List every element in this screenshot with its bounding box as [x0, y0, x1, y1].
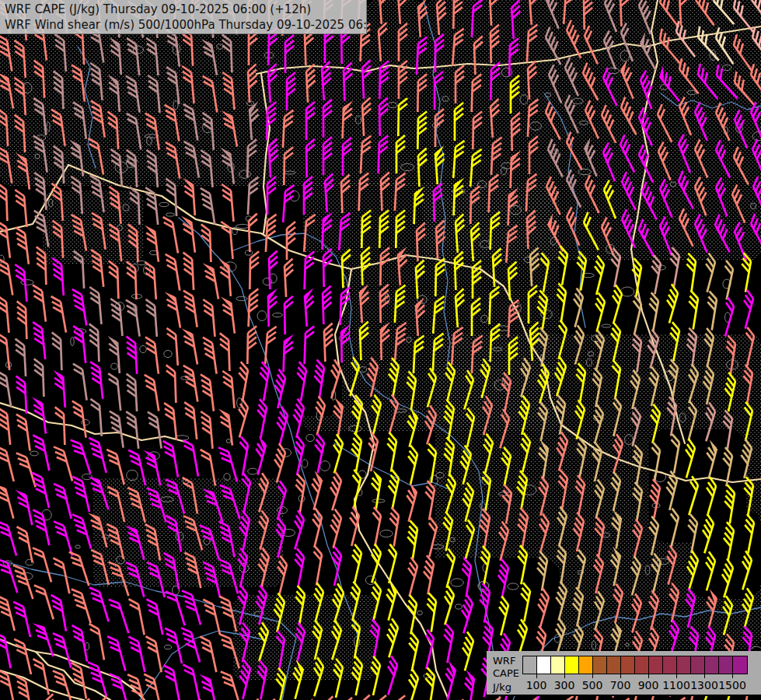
colorbar-tick-label: 700: [610, 679, 631, 691]
colorbar-cell: [719, 656, 733, 674]
colorbar-cell: [677, 656, 691, 674]
weather-map: WRF CAPE (J/kg) Thursday 09-10-2025 06:0…: [0, 0, 761, 700]
colorbar-tickmark: [676, 674, 677, 678]
title-line-shear: WRF Wind shear (m/s) 500/1000hPa Thursda…: [5, 17, 361, 33]
colorbar-cell: [551, 656, 565, 674]
colorbar-tickmark: [648, 674, 649, 678]
colorbar-tick-label: 1500: [718, 679, 746, 691]
legend-label-cape: CAPE: [493, 668, 519, 678]
cape-colorbar: [522, 656, 748, 674]
colorbar-cell: [565, 656, 579, 674]
legend-label-units: J/kg: [493, 682, 511, 692]
colorbar-cell: [579, 656, 593, 674]
colorbar-cell: [635, 656, 649, 674]
title-overlay: WRF CAPE (J/kg) Thursday 09-10-2025 06:0…: [0, 0, 367, 34]
colorbar-cell: [649, 656, 663, 674]
map-canvas: [0, 0, 761, 700]
legend-label-wrf: WRF: [493, 656, 515, 666]
colorbar-tick-label: 100: [526, 679, 547, 691]
colorbar-tickmark: [704, 674, 705, 678]
colorbar-tick-label: 300: [554, 679, 575, 691]
colorbar-tickmark: [592, 674, 593, 678]
title-line-cape: WRF CAPE (J/kg) Thursday 09-10-2025 06:0…: [5, 2, 361, 17]
colorbar-cell: [663, 656, 677, 674]
colorbar-cell: [621, 656, 635, 674]
colorbar-cell: [691, 656, 705, 674]
colorbar-cell: [523, 656, 537, 674]
colorbar-cell: [593, 656, 607, 674]
colorbar-cell: [705, 656, 719, 674]
colorbar-tickmark: [620, 674, 621, 678]
colorbar-cell: [607, 656, 621, 674]
colorbar-cell: [733, 656, 747, 674]
colorbar-tickmark: [536, 674, 537, 678]
colorbar-cell: [537, 656, 551, 674]
colorbar-tick-label: 1300: [690, 679, 718, 691]
colorbar-tick-label: 900: [638, 679, 659, 691]
colorbar-tickmark: [732, 674, 733, 678]
colorbar-tick-label: 1100: [662, 679, 690, 691]
colorbar-tickmark: [564, 674, 565, 678]
colorbar-tick-label: 500: [582, 679, 603, 691]
legend-panel: WRF CAPE J/kg 10030050070090011001300150…: [487, 651, 761, 696]
